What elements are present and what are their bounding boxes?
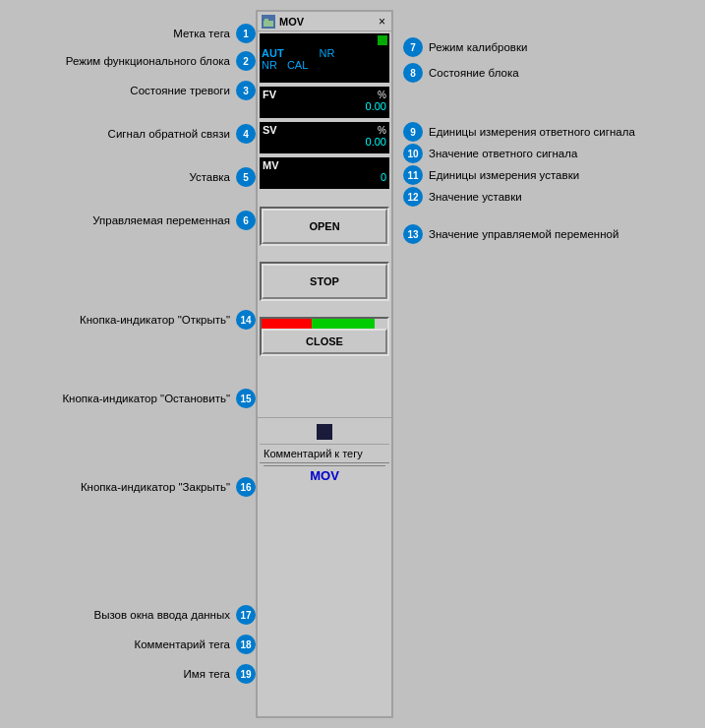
mv-label: MV	[263, 159, 279, 171]
label-text-18: Комментарий тега	[135, 638, 231, 650]
badge-1: 1	[236, 24, 256, 43]
tag-name-row: MOV	[260, 462, 389, 487]
label-text-6: Управляемая переменная	[92, 214, 230, 226]
label-text-14: Кнопка-индикатор "Открыть"	[80, 314, 230, 326]
fv-block: FV % 0.00	[260, 87, 389, 118]
status-nr-bot: NR	[262, 59, 277, 71]
close-button-outer: CLOSE	[260, 317, 389, 356]
window-icon	[262, 15, 275, 29]
spacer4	[258, 358, 391, 417]
label-row-5: Уставка 5	[189, 167, 256, 187]
badge-3: 3	[236, 81, 256, 100]
window-icon-svg	[264, 17, 273, 27]
right-label-row-12: 12 Значение уставки	[403, 187, 522, 207]
label-text-17: Вызов окна ввода данных	[93, 609, 230, 621]
fv-unit: %	[378, 90, 386, 100]
fv-value: 0.00	[263, 100, 386, 112]
badge-17: 17	[236, 605, 256, 625]
label-row-3: Состояние тревоги 3	[130, 81, 256, 100]
stop-button[interactable]: STOP	[262, 264, 387, 299]
right-label-row-8: 8 Состояние блока	[403, 63, 519, 83]
sv-unit: %	[378, 125, 386, 136]
right-label-row-13: 13 Значение управляемой переменной	[403, 224, 618, 244]
open-label: OPEN	[309, 220, 339, 232]
label-text-19: Имя тега	[184, 668, 230, 680]
spacer2	[258, 248, 391, 260]
close-button-wrapper: CLOSE	[262, 319, 387, 354]
label-text-3: Состояние тревоги	[130, 85, 230, 96]
mv-value: 0	[263, 171, 386, 183]
label-row-14: Кнопка-индикатор "Открыть" 14	[80, 310, 256, 330]
label-text-12: Значение уставки	[429, 191, 522, 203]
badge-13: 13	[403, 224, 423, 244]
label-row-16: Кнопка-индикатор "Закрыть" 16	[81, 477, 256, 497]
status-cal: CAL	[287, 59, 308, 71]
badge-7: 7	[403, 37, 423, 57]
stop-button-outer: STOP	[260, 262, 389, 301]
sv-value: 0.00	[263, 136, 386, 148]
open-button-outer: OPEN	[260, 207, 389, 246]
status-nr-top: NR	[320, 47, 335, 59]
tag-name: MOV	[264, 465, 385, 485]
label-row-1: Метка тега 1	[173, 24, 256, 43]
close-button[interactable]: ×	[377, 16, 387, 28]
badge-2: 2	[236, 51, 256, 71]
right-label-row-7: 7 Режим калибровки	[403, 37, 527, 57]
title-bar: MOV ×	[258, 12, 391, 31]
label-row-15: Кнопка-индикатор "Остановить" 15	[62, 389, 256, 408]
fv-label: FV	[263, 89, 276, 100]
right-labels-panel: 7 Режим калибровки 8 Состояние блока 9 Е…	[393, 10, 646, 718]
close-indicator-bar	[262, 319, 387, 329]
close-green-indicator	[312, 319, 375, 329]
badge-5: 5	[236, 167, 256, 187]
close-gray-filler	[375, 319, 387, 329]
bottom-section: Комментарий к тегу MOV	[258, 417, 391, 489]
left-labels-panel: Метка тега 1 Режим функционального блока…	[0, 10, 256, 718]
comment-row: Комментарий к тегу	[260, 444, 389, 462]
sv-label: SV	[263, 124, 277, 136]
svg-rect-1	[264, 19, 268, 23]
close-red-indicator	[262, 319, 312, 329]
status-display: AUT NR NR CAL	[260, 33, 389, 83]
badge-11: 11	[403, 165, 423, 185]
main-container: Метка тега 1 Режим функционального блока…	[0, 0, 705, 728]
window-title: MOV	[279, 16, 377, 28]
label-row-2: Режим функционального блока 2	[66, 51, 256, 71]
label-text-4: Сигнал обратной связи	[108, 128, 230, 140]
right-label-row-10: 10 Значение ответного сигнала	[403, 144, 577, 163]
right-label-row-11: 11 Единицы измерения уставки	[403, 165, 579, 185]
label-text-15: Кнопка-индикатор "Остановить"	[62, 393, 230, 404]
label-text-2: Режим функционального блока	[66, 55, 230, 67]
center-panel: MOV × AUT NR NR CAL FV % 0.00	[256, 10, 393, 718]
open-button[interactable]: OPEN	[262, 209, 387, 244]
spacer3	[258, 303, 391, 315]
badge-6: 6	[236, 211, 256, 230]
comment-text: Комментарий к тегу	[264, 446, 363, 461]
label-text-9: Единицы измерения ответного сигнала	[429, 126, 635, 138]
badge-16: 16	[236, 477, 256, 497]
mv-block: MV 0	[260, 157, 389, 189]
status-aut: AUT	[262, 47, 284, 59]
label-text-11: Единицы измерения уставки	[429, 169, 579, 181]
label-text-5: Уставка	[189, 171, 230, 183]
label-row-6: Управляемая переменная 6	[92, 211, 256, 230]
label-row-18: Комментарий тега 18	[135, 635, 257, 654]
badge-4: 4	[236, 124, 256, 144]
sv-block: SV % 0.00	[260, 122, 389, 153]
badge-14: 14	[236, 310, 256, 330]
label-text-16: Кнопка-индикатор "Закрыть"	[81, 481, 230, 493]
badge-9: 9	[403, 122, 423, 142]
right-label-row-9: 9 Единицы измерения ответного сигнала	[403, 122, 635, 142]
label-text-8: Состояние блока	[429, 67, 519, 79]
spacer1	[258, 191, 391, 205]
label-text-1: Метка тега	[173, 28, 230, 39]
close-button[interactable]: CLOSE	[262, 329, 387, 354]
badge-12: 12	[403, 187, 423, 207]
data-input-square[interactable]	[317, 424, 332, 440]
badge-10: 10	[403, 144, 423, 163]
close-label: CLOSE	[306, 335, 343, 347]
data-input-row	[260, 420, 389, 444]
status-green-square	[378, 35, 387, 45]
label-row-17: Вызов окна ввода данных 17	[93, 605, 256, 625]
stop-label: STOP	[310, 275, 339, 287]
